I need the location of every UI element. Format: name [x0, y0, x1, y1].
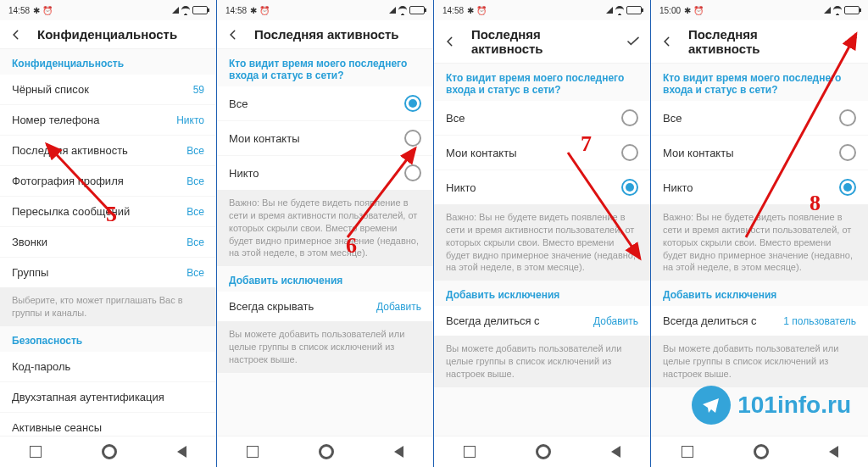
option-label: Мои контакты	[663, 147, 734, 159]
back-icon[interactable]	[227, 29, 239, 41]
row-last-seen[interactable]: Последняя активностьВсе	[0, 135, 216, 165]
row-label: Двухэтапная аутентификация	[12, 391, 164, 403]
android-nav	[217, 436, 433, 467]
option-all[interactable]: Все	[434, 101, 650, 135]
nav-recent-icon[interactable]	[682, 446, 693, 458]
nav-recent-icon[interactable]	[464, 446, 476, 458]
phone-screen-3: 14:58✱ ⏰ Последняя активность Кто видит …	[434, 0, 651, 467]
note-warning: Важно: Вы не будете видеть появление в с…	[434, 204, 650, 281]
status-time: 14:58	[442, 6, 464, 15]
nav-home-icon[interactable]	[319, 444, 334, 459]
question-header: Кто видит время моего последнего входа и…	[217, 49, 433, 86]
back-icon[interactable]	[444, 36, 456, 47]
status-icons: ✱ ⏰	[684, 6, 704, 15]
wifi-icon	[181, 6, 190, 15]
option-nobody[interactable]: Никто	[217, 155, 433, 190]
section-security: Безопасность	[0, 326, 216, 352]
question-header: Кто видит время моего последнего входа и…	[651, 64, 868, 101]
row-phone[interactable]: Номер телефонаНикто	[0, 104, 216, 135]
row-always-hide[interactable]: Всегда скрыватьДобавить	[217, 292, 433, 321]
row-value: Все	[186, 175, 204, 187]
radio-icon	[839, 179, 856, 196]
nav-home-icon[interactable]	[102, 444, 117, 459]
note-groups: Выберите, кто может приглашать Вас в гру…	[0, 287, 216, 326]
row-sessions[interactable]: Активные сеансы	[0, 412, 216, 436]
row-label: Код-пароль	[12, 360, 70, 373]
row-label: Всегда делиться с	[446, 314, 540, 327]
option-all[interactable]: Все	[217, 86, 433, 120]
radio-icon	[404, 95, 421, 112]
option-contacts[interactable]: Мои контакты	[434, 135, 650, 170]
radio-icon	[621, 179, 638, 196]
nav-recent-icon[interactable]	[247, 446, 259, 458]
status-time: 14:58	[8, 6, 30, 15]
nav-home-icon[interactable]	[536, 444, 551, 459]
android-nav	[434, 436, 650, 467]
phone-screen-1: 14:58✱ ⏰ Конфиденциальность Конфиденциал…	[0, 0, 217, 467]
title-bar: Последняя активность	[434, 20, 650, 64]
wifi-icon	[833, 6, 842, 15]
option-label: Никто	[446, 181, 476, 194]
row-value: Все	[186, 206, 204, 218]
option-label: Никто	[229, 167, 259, 180]
status-icons: ✱ ⏰	[250, 6, 270, 15]
back-icon[interactable]	[661, 36, 673, 47]
battery-icon	[192, 6, 208, 14]
option-nobody[interactable]: Никто	[434, 170, 650, 204]
row-label: Группы	[12, 266, 48, 279]
nav-back-icon[interactable]	[177, 446, 186, 458]
battery-icon	[844, 6, 860, 14]
exceptions-header: Добавить исключения	[217, 266, 433, 292]
option-nobody[interactable]: Никто	[651, 170, 868, 204]
radio-icon	[404, 130, 421, 147]
battery-icon	[626, 6, 642, 14]
android-nav	[651, 436, 868, 467]
note-exceptions: Вы можете добавить пользователей или цел…	[651, 336, 868, 387]
row-value: Никто	[176, 114, 204, 126]
status-icons: ✱ ⏰	[467, 6, 487, 15]
row-always-share[interactable]: Всегда делиться с1 пользователь	[651, 306, 868, 336]
phone-screen-2: 14:58✱ ⏰ Последняя активность Кто видит …	[217, 0, 434, 467]
row-profile-photo[interactable]: Фотография профиляВсе	[0, 165, 216, 196]
row-value: Все	[186, 267, 204, 279]
row-forward[interactable]: Пересылка сообщенийВсе	[0, 196, 216, 226]
option-label: Никто	[663, 181, 693, 194]
page-title: Последняя активность	[471, 27, 611, 56]
page-title: Конфиденциальность	[37, 27, 206, 42]
option-contacts[interactable]: Мои контакты	[217, 120, 433, 155]
status-bar: 15:00✱ ⏰	[651, 0, 868, 20]
nav-recent-icon[interactable]	[30, 446, 42, 458]
radio-icon	[839, 109, 856, 126]
signal-icon	[389, 7, 396, 14]
row-value: 59	[193, 84, 204, 96]
back-icon[interactable]	[10, 29, 22, 41]
check-icon[interactable]	[626, 36, 640, 47]
option-contacts[interactable]: Мои контакты	[651, 135, 868, 170]
nav-back-icon[interactable]	[394, 446, 403, 458]
radio-icon	[621, 109, 638, 126]
row-passcode[interactable]: Код-пароль	[0, 352, 216, 381]
row-groups[interactable]: ГруппыВсе	[0, 257, 216, 287]
option-all[interactable]: Все	[651, 101, 868, 135]
nav-home-icon[interactable]	[754, 444, 769, 459]
add-link[interactable]: Добавить	[593, 315, 638, 327]
user-count: 1 пользователь	[783, 315, 856, 327]
section-privacy: Конфиденциальность	[0, 49, 216, 75]
radio-icon	[839, 144, 856, 161]
row-2fa[interactable]: Двухэтапная аутентификация	[0, 381, 216, 412]
add-link[interactable]: Добавить	[376, 301, 421, 313]
title-bar: Конфиденциальность	[0, 20, 216, 49]
check-icon[interactable]	[844, 36, 858, 47]
row-always-share[interactable]: Всегда делиться сДобавить	[434, 306, 650, 336]
status-time: 15:00	[659, 6, 681, 15]
row-calls[interactable]: ЗвонкиВсе	[0, 226, 216, 257]
signal-icon	[824, 7, 831, 14]
status-bar: 14:58✱ ⏰	[0, 0, 216, 20]
radio-icon	[404, 164, 421, 181]
nav-back-icon[interactable]	[611, 446, 620, 458]
status-time: 14:58	[225, 6, 247, 15]
nav-back-icon[interactable]	[829, 446, 838, 458]
row-label: Всегда скрывать	[229, 300, 314, 313]
row-blacklist[interactable]: Чёрный список59	[0, 75, 216, 104]
row-label: Всегда делиться с	[663, 314, 757, 327]
